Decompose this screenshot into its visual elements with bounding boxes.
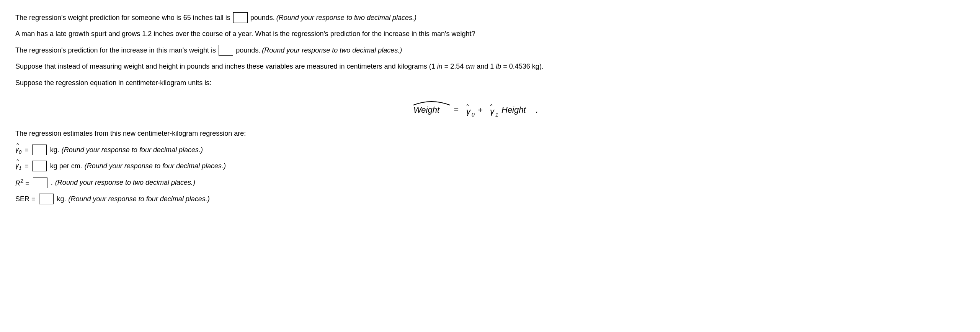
gamma1-unit: kg per cm. [50,160,82,172]
line1-text: The regression's weight prediction for s… [15,12,230,24]
ser-instruction: (Round your response to four decimal pla… [69,193,210,205]
svg-text:1: 1 [495,112,498,118]
line3-instruction: (Round your response to two decimal plac… [262,44,402,56]
line3-text: The regression's prediction for the incr… [15,44,216,56]
line4-text: Suppose that instead of measuring weight… [15,60,544,72]
ser-label: SER = [15,193,36,205]
gamma0-instruction: (Round your response to four decimal pla… [62,144,203,156]
line1: The regression's weight prediction for s… [15,12,965,24]
line3-pounds: pounds. [236,44,260,56]
answer-input-1[interactable] [233,12,248,23]
svg-text:.: . [536,105,538,115]
answer-input-gamma1[interactable] [32,161,47,171]
svg-text:=: = [454,105,459,115]
line2: A man has a late growth spurt and grows … [15,28,965,40]
answer-input-r2[interactable] [33,178,47,188]
ser-unit: kg. [57,193,66,205]
line4: Suppose that instead of measuring weight… [15,60,965,72]
svg-text:γ: γ [466,107,471,116]
gamma0-unit: kg. [50,144,59,156]
line2-text: A man has a late growth spurt and grows … [15,28,475,40]
answer-input-ser[interactable] [39,194,54,204]
equation-block: Weight = ^ γ 0 + ^ γ 1 Height . [15,97,965,120]
svg-text:Weight: Weight [413,105,440,115]
line5-text: Suppose the regression equation in centi… [15,77,211,89]
svg-text:γ: γ [490,107,495,116]
r2-line: R2 = . (Round your response to two decim… [15,176,965,189]
r2-instruction: (Round your response to two decimal plac… [55,176,195,189]
r2-period: . [51,176,53,189]
gamma1-instruction: (Round your response to four decimal pla… [85,160,226,172]
gamma0-line: ^ γ0 = kg. (Round your response to four … [15,143,965,156]
line5: Suppose the regression equation in centi… [15,77,965,89]
answer-input-gamma0[interactable] [32,145,47,155]
line1-instruction: (Round your response to two decimal plac… [276,12,416,24]
svg-text:0: 0 [472,112,475,118]
line6-text: The regression estimates from this new c… [15,127,246,140]
svg-text:+: + [478,105,483,115]
gamma1-label: ^ γ1 = [15,159,29,173]
line3: The regression's prediction for the incr… [15,44,965,56]
regression-equation-svg: Weight = ^ γ 0 + ^ γ 1 Height . [410,97,570,120]
ser-line: SER = kg. (Round your response to four d… [15,193,965,205]
gamma1-line: ^ γ1 = kg per cm. (Round your response t… [15,159,965,173]
answer-input-2[interactable] [219,45,233,56]
line1-pounds: pounds. [250,12,275,24]
r2-label: R2 = [15,176,29,189]
line6: The regression estimates from this new c… [15,127,965,140]
svg-text:Height: Height [501,105,526,115]
gamma0-label: ^ γ0 = [15,143,29,156]
